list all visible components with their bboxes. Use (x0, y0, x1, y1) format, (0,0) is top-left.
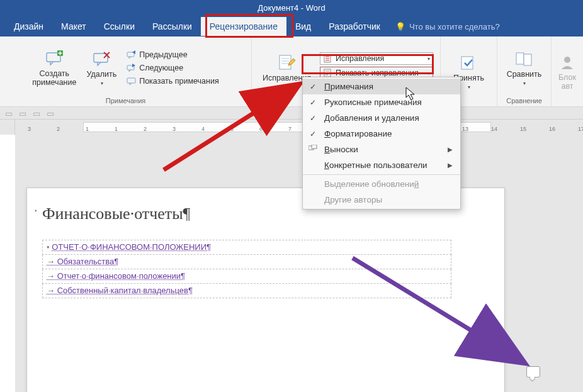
doc-markup-icon (323, 53, 333, 64)
tell-me-search[interactable]: 💡 Что вы хотите сделать? (395, 22, 500, 31)
menu-item-label: Примечания (324, 82, 373, 91)
tab-mailings[interactable]: Рассылки (144, 17, 201, 36)
prev-comment-button[interactable]: Предыдущее (123, 48, 223, 61)
quick-icon[interactable]: ▭ (19, 109, 28, 118)
svg-rect-5 (127, 78, 135, 83)
title-bar: Документ4 - Word (0, 0, 583, 16)
next-comment-button[interactable]: Следующее (123, 62, 223, 74)
quick-icon[interactable]: ▭ (33, 109, 42, 118)
svg-rect-11 (461, 57, 473, 69)
menu-item[interactable]: ✓Форматирование (303, 126, 460, 142)
new-comment-button[interactable]: Создать примечание (28, 48, 80, 89)
compare-label: Сравнить (507, 70, 542, 79)
list-item: Собственный·капитал·владельцев¶ (47, 286, 193, 295)
display-for-review-dropdown[interactable]: Исправления ▾ (320, 52, 433, 65)
person-icon (558, 53, 576, 71)
vertical-ruler[interactable] (0, 120, 15, 135)
tab-developer[interactable]: Разработчик (320, 17, 389, 36)
menu-item-label: Выделение обновлений (324, 179, 419, 189)
delete-comment-icon (93, 50, 110, 68)
horizontal-ruler[interactable]: 321123456789101112131415161718 (15, 120, 583, 135)
dropdown-arrow-icon: ▾ (427, 56, 430, 62)
tab-layout[interactable]: Макет (52, 17, 95, 36)
delete-comment-label: Удалить (86, 70, 116, 79)
window-title: Документ4 - Word (258, 3, 325, 13)
table-row: Собственный·капитал·владельцев¶ (43, 284, 451, 298)
svg-rect-3 (127, 52, 134, 57)
ruler-area: 321123456789101112131415161718 (0, 120, 583, 135)
tab-design[interactable]: Дизайн (5, 17, 52, 36)
quick-icon[interactable]: ▭ (47, 109, 55, 118)
svg-point-14 (564, 57, 570, 63)
quick-icon[interactable]: ▭ (5, 109, 14, 118)
display-for-review-label: Исправления (333, 54, 426, 63)
new-comment-icon (45, 50, 63, 67)
dropdown-arrow-icon: ▾ (523, 81, 526, 86)
dropdown-arrow-icon: ▾ (286, 84, 288, 90)
svg-rect-16 (312, 145, 317, 148)
menu-item-label: Добавления и удаления (324, 113, 419, 123)
group-comments-label: Примечания (106, 97, 146, 106)
svg-rect-12 (516, 53, 524, 64)
svg-rect-2 (94, 53, 108, 62)
track-changes-icon (278, 54, 295, 72)
tab-review[interactable]: Рецензирование (201, 17, 286, 36)
menu-item-label: Другие авторы (324, 195, 382, 204)
table-row: ▪ ОТЧЕТ·О·ФИНАНСОВОМ·ПОЛОЖЕНИИ¶ (43, 240, 451, 255)
comment-indicator-icon[interactable] (526, 366, 540, 378)
next-comment-label: Следующее (139, 64, 183, 72)
group-compare-label: Сравнение (506, 97, 542, 106)
block-authors-label: Блок авт (558, 73, 576, 91)
menu-item[interactable]: ✓Добавления и удаления (303, 110, 460, 126)
quick-toolbar: ▭ ▭ ▭ ▭ (0, 107, 583, 120)
ribbon: Создать примечание Удалить ▾ Предыдущее … (0, 36, 583, 107)
delete-comment-button[interactable]: Удалить ▾ (82, 48, 120, 88)
new-comment-label: Создать примечание (32, 69, 76, 87)
submenu-arrow-icon: ▶ (448, 146, 453, 153)
menu-item: Выделение обновлений (303, 176, 460, 192)
menu-item-label: Выноски (324, 145, 358, 154)
prev-comment-label: Предыдущее (139, 50, 187, 59)
cursor-icon (405, 87, 417, 103)
menu-item[interactable]: Выноски▶ (303, 142, 460, 157)
show-comments-icon (127, 76, 137, 86)
page: ▪ Финансовые·отчеты¶ ▪ ОТЧЕТ·О·ФИНАНСОВО… (26, 188, 505, 392)
dropdown-arrow-icon: ▾ (427, 70, 430, 76)
menu-item-label: Форматирование (324, 129, 392, 138)
list-item: Отчет·о·финансовом·положении¶ (47, 271, 185, 281)
group-protect: Блок авт (552, 36, 583, 106)
show-comments-button[interactable]: Показать примечания (123, 75, 223, 87)
document-area[interactable]: ФИНАНСОВЫЕ·ОТЧЕТЫ¶ ▪ Финансовые·отчеты¶ … (15, 135, 583, 392)
section-heading: ОТЧЕТ·О·ФИНАНСОВОМ·ПОЛОЖЕНИИ¶ (52, 242, 211, 252)
group-compare: Сравнить ▾ Сравнение (497, 36, 552, 106)
compare-button[interactable]: Сравнить ▾ (503, 48, 546, 88)
svg-rect-13 (524, 54, 531, 65)
list-item: Обязательства¶ (47, 257, 118, 266)
menu-item[interactable]: ✓Рукописные примечания (303, 94, 460, 110)
menu-item[interactable]: Конкретные пользователи▶ (303, 157, 460, 173)
show-markup-menu: ✓Примечания✓Рукописные примечания✓Добавл… (302, 77, 461, 210)
show-markup-label: Показать исправления (333, 69, 426, 77)
dropdown-arrow-icon: ▾ (468, 84, 470, 90)
tell-me-label: Что вы хотите сделать? (409, 22, 500, 31)
lightbulb-icon: 💡 (395, 22, 405, 31)
ribbon-tabs: Дизайн Макет Ссылки Рассылки Рецензирова… (0, 16, 583, 36)
accept-icon (460, 54, 477, 72)
menu-item: Другие авторы (303, 192, 460, 208)
next-comment-icon (127, 63, 137, 73)
menu-item-label: Конкретные пользователи (324, 160, 427, 170)
group-comments: Создать примечание Удалить ▾ Предыдущее … (0, 36, 252, 106)
prev-comment-icon (127, 50, 137, 60)
tab-view[interactable]: Вид (286, 17, 320, 36)
show-comments-label: Показать примечания (139, 77, 219, 86)
menu-item[interactable]: ✓Примечания (303, 79, 460, 94)
block-authors-button[interactable]: Блок авт (555, 52, 580, 92)
table-row: Отчет·о·финансовом·положении¶ (43, 269, 451, 284)
table-row: Обязательства¶ (43, 255, 451, 269)
tab-references[interactable]: Ссылки (95, 17, 144, 36)
dropdown-arrow-icon: ▾ (101, 81, 103, 86)
content-table: ▪ ОТЧЕТ·О·ФИНАНСОВОМ·ПОЛОЖЕНИИ¶ Обязател… (42, 240, 451, 298)
submenu-arrow-icon: ▶ (448, 162, 453, 169)
compare-icon (515, 50, 533, 68)
